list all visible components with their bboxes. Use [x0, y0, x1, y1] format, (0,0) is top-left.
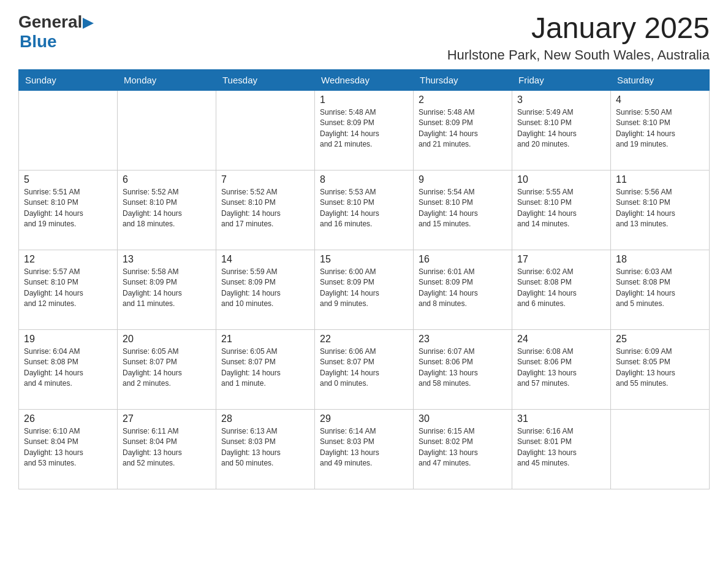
calendar-week-row: 26Sunrise: 6:10 AMSunset: 8:04 PMDayligh… — [19, 409, 710, 489]
day-info: Sunrise: 5:54 AMSunset: 8:10 PMDaylight:… — [419, 187, 507, 230]
table-row: 19Sunrise: 6:04 AMSunset: 8:08 PMDayligh… — [19, 329, 118, 409]
day-number: 14 — [221, 254, 309, 265]
day-info: Sunrise: 6:05 AMSunset: 8:07 PMDaylight:… — [123, 347, 211, 389]
table-row: 1Sunrise: 5:48 AMSunset: 8:09 PMDaylight… — [315, 90, 414, 170]
day-info: Sunrise: 5:49 AMSunset: 8:10 PMDaylight:… — [517, 107, 605, 150]
day-number: 7 — [221, 174, 309, 185]
day-info: Sunrise: 6:03 AMSunset: 8:08 PMDaylight:… — [616, 267, 704, 310]
calendar-title: January 2025 — [447, 12, 710, 45]
calendar-table: Sunday Monday Tuesday Wednesday Thursday… — [18, 69, 710, 489]
day-info: Sunrise: 5:56 AMSunset: 8:10 PMDaylight:… — [616, 187, 704, 230]
day-number: 21 — [221, 334, 309, 345]
day-info: Sunrise: 6:11 AMSunset: 8:04 PMDaylight:… — [123, 426, 211, 469]
day-info: Sunrise: 6:01 AMSunset: 8:09 PMDaylight:… — [419, 267, 507, 310]
day-info: Sunrise: 6:08 AMSunset: 8:06 PMDaylight:… — [517, 347, 605, 389]
header-saturday: Saturday — [611, 69, 710, 90]
table-row: 13Sunrise: 5:58 AMSunset: 8:09 PMDayligh… — [118, 250, 216, 329]
table-row: 30Sunrise: 6:15 AMSunset: 8:02 PMDayligh… — [414, 409, 512, 489]
day-number: 10 — [517, 174, 605, 185]
day-number: 5 — [24, 174, 112, 185]
day-info: Sunrise: 5:55 AMSunset: 8:10 PMDaylight:… — [517, 187, 605, 230]
day-number: 9 — [419, 174, 507, 185]
logo-arrow-icon — [83, 18, 94, 29]
table-row: 15Sunrise: 6:00 AMSunset: 8:09 PMDayligh… — [315, 250, 414, 329]
day-number: 23 — [419, 334, 507, 345]
logo: General Blue — [18, 12, 94, 52]
table-row: 29Sunrise: 6:14 AMSunset: 8:03 PMDayligh… — [315, 409, 414, 489]
day-number: 6 — [123, 174, 211, 185]
day-number: 12 — [24, 254, 112, 265]
day-info: Sunrise: 5:52 AMSunset: 8:10 PMDaylight:… — [123, 187, 211, 230]
calendar-week-row: 19Sunrise: 6:04 AMSunset: 8:08 PMDayligh… — [19, 329, 710, 409]
day-info: Sunrise: 6:13 AMSunset: 8:03 PMDaylight:… — [221, 426, 309, 469]
day-info: Sunrise: 5:51 AMSunset: 8:10 PMDaylight:… — [24, 187, 112, 230]
table-row: 20Sunrise: 6:05 AMSunset: 8:07 PMDayligh… — [118, 329, 216, 409]
day-number: 30 — [419, 413, 507, 424]
page-header: General Blue January 2025 Hurlstone Park… — [18, 12, 710, 63]
day-info: Sunrise: 6:09 AMSunset: 8:05 PMDaylight:… — [616, 347, 704, 389]
table-row — [118, 90, 216, 170]
day-number: 3 — [517, 94, 605, 105]
table-row: 25Sunrise: 6:09 AMSunset: 8:05 PMDayligh… — [611, 329, 710, 409]
table-row: 21Sunrise: 6:05 AMSunset: 8:07 PMDayligh… — [216, 329, 315, 409]
day-number: 24 — [517, 334, 605, 345]
day-info: Sunrise: 5:48 AMSunset: 8:09 PMDaylight:… — [320, 107, 408, 150]
table-row: 14Sunrise: 5:59 AMSunset: 8:09 PMDayligh… — [216, 250, 315, 329]
day-info: Sunrise: 6:06 AMSunset: 8:07 PMDaylight:… — [320, 347, 408, 389]
logo-general: General — [18, 12, 82, 32]
day-info: Sunrise: 5:57 AMSunset: 8:10 PMDaylight:… — [24, 267, 112, 310]
day-number: 29 — [320, 413, 408, 424]
table-row: 3Sunrise: 5:49 AMSunset: 8:10 PMDaylight… — [512, 90, 611, 170]
day-number: 25 — [616, 334, 704, 345]
day-info: Sunrise: 6:02 AMSunset: 8:08 PMDaylight:… — [517, 267, 605, 310]
day-info: Sunrise: 6:07 AMSunset: 8:06 PMDaylight:… — [419, 347, 507, 389]
table-row: 2Sunrise: 5:48 AMSunset: 8:09 PMDaylight… — [414, 90, 512, 170]
table-row: 16Sunrise: 6:01 AMSunset: 8:09 PMDayligh… — [414, 250, 512, 329]
day-number: 31 — [517, 413, 605, 424]
table-row: 7Sunrise: 5:52 AMSunset: 8:10 PMDaylight… — [216, 170, 315, 250]
table-row: 22Sunrise: 6:06 AMSunset: 8:07 PMDayligh… — [315, 329, 414, 409]
day-number: 27 — [123, 413, 211, 424]
day-number: 13 — [123, 254, 211, 265]
table-row: 24Sunrise: 6:08 AMSunset: 8:06 PMDayligh… — [512, 329, 611, 409]
header-monday: Monday — [118, 69, 216, 90]
day-number: 18 — [616, 254, 704, 265]
logo-blue: Blue — [20, 32, 57, 52]
table-row: 6Sunrise: 5:52 AMSunset: 8:10 PMDaylight… — [118, 170, 216, 250]
table-row — [611, 409, 710, 489]
day-number: 4 — [616, 94, 704, 105]
day-info: Sunrise: 6:04 AMSunset: 8:08 PMDaylight:… — [24, 347, 112, 389]
day-info: Sunrise: 6:14 AMSunset: 8:03 PMDaylight:… — [320, 426, 408, 469]
day-info: Sunrise: 6:16 AMSunset: 8:01 PMDaylight:… — [517, 426, 605, 469]
svg-marker-0 — [83, 18, 94, 29]
table-row: 10Sunrise: 5:55 AMSunset: 8:10 PMDayligh… — [512, 170, 611, 250]
title-section: January 2025 Hurlstone Park, New South W… — [447, 12, 710, 63]
day-number: 2 — [419, 94, 507, 105]
day-number: 11 — [616, 174, 704, 185]
table-row: 18Sunrise: 6:03 AMSunset: 8:08 PMDayligh… — [611, 250, 710, 329]
table-row: 17Sunrise: 6:02 AMSunset: 8:08 PMDayligh… — [512, 250, 611, 329]
calendar-subtitle: Hurlstone Park, New South Wales, Austral… — [447, 47, 710, 63]
calendar-week-row: 12Sunrise: 5:57 AMSunset: 8:10 PMDayligh… — [19, 250, 710, 329]
table-row — [19, 90, 118, 170]
calendar-week-row: 5Sunrise: 5:51 AMSunset: 8:10 PMDaylight… — [19, 170, 710, 250]
header-tuesday: Tuesday — [216, 69, 315, 90]
day-number: 8 — [320, 174, 408, 185]
day-info: Sunrise: 5:53 AMSunset: 8:10 PMDaylight:… — [320, 187, 408, 230]
day-info: Sunrise: 5:59 AMSunset: 8:09 PMDaylight:… — [221, 267, 309, 310]
day-info: Sunrise: 6:10 AMSunset: 8:04 PMDaylight:… — [24, 426, 112, 469]
table-row: 4Sunrise: 5:50 AMSunset: 8:10 PMDaylight… — [611, 90, 710, 170]
day-info: Sunrise: 5:48 AMSunset: 8:09 PMDaylight:… — [419, 107, 507, 150]
header-thursday: Thursday — [414, 69, 512, 90]
table-row: 27Sunrise: 6:11 AMSunset: 8:04 PMDayligh… — [118, 409, 216, 489]
header-sunday: Sunday — [19, 69, 118, 90]
day-number: 26 — [24, 413, 112, 424]
day-info: Sunrise: 5:58 AMSunset: 8:09 PMDaylight:… — [123, 267, 211, 310]
table-row: 5Sunrise: 5:51 AMSunset: 8:10 PMDaylight… — [19, 170, 118, 250]
table-row: 31Sunrise: 6:16 AMSunset: 8:01 PMDayligh… — [512, 409, 611, 489]
table-row: 28Sunrise: 6:13 AMSunset: 8:03 PMDayligh… — [216, 409, 315, 489]
day-number: 28 — [221, 413, 309, 424]
day-info: Sunrise: 6:15 AMSunset: 8:02 PMDaylight:… — [419, 426, 507, 469]
table-row: 9Sunrise: 5:54 AMSunset: 8:10 PMDaylight… — [414, 170, 512, 250]
table-row: 26Sunrise: 6:10 AMSunset: 8:04 PMDayligh… — [19, 409, 118, 489]
